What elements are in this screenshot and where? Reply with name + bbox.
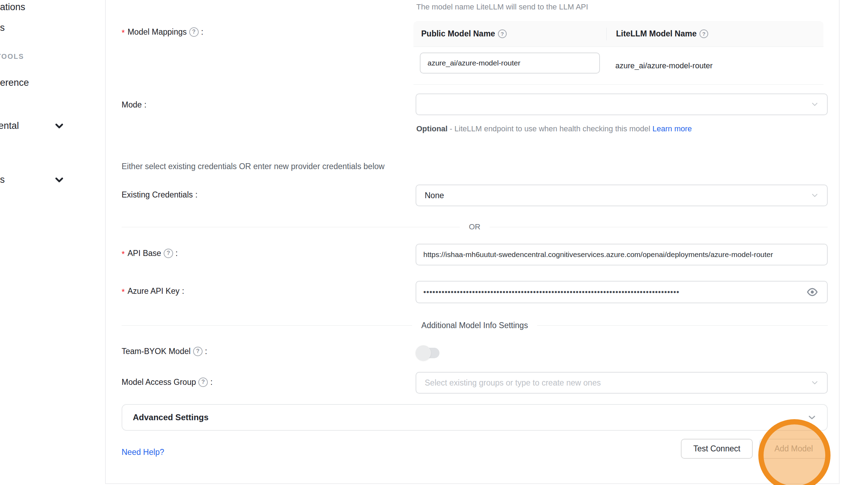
additional-info-divider: Additional Model Info Settings: [122, 320, 828, 331]
model-access-group-label: Model Access Group ? :: [122, 377, 213, 387]
additional-info-divider-text: Additional Model Info Settings: [412, 321, 537, 330]
existing-credentials-label-text: Existing Credentials: [122, 189, 193, 200]
content-card-bottom-border: [105, 483, 840, 484]
help-icon[interactable]: ?: [164, 249, 173, 258]
chevron-down-icon: [810, 378, 819, 387]
sidebar-section-label: TOOLS: [0, 53, 24, 61]
model-mappings-label: * Model Mappings ? :: [122, 27, 203, 37]
sidebar-item-fragment[interactable]: ations: [0, 2, 25, 13]
help-icon[interactable]: ?: [498, 29, 507, 38]
content-card-right-border: [839, 0, 840, 483]
required-asterisk: *: [122, 249, 125, 259]
help-icon[interactable]: ?: [699, 29, 708, 38]
divider-line: [490, 227, 828, 227]
label-colon: :: [201, 27, 203, 37]
azure-api-key-label: * Azure API Key :: [122, 286, 184, 296]
chevron-down-icon: [810, 100, 819, 109]
api-base-value: https://ishaa-mh6uutut-swedencentral.cog…: [416, 250, 827, 259]
model-mappings-label-text: Model Mappings: [128, 27, 187, 37]
need-help-link[interactable]: Need Help?: [122, 448, 164, 457]
api-base-label-text: API Base: [128, 248, 161, 258]
test-connect-button[interactable]: Test Connect: [681, 439, 753, 459]
or-divider-text: OR: [460, 222, 490, 231]
mode-helper-body: - LiteLLM endpoint to use when health ch…: [447, 124, 652, 133]
sidebar-item-fragment[interactable]: mental: [0, 120, 19, 131]
mode-label: Mode :: [122, 99, 146, 110]
label-colon: :: [182, 286, 184, 296]
chevron-down-icon[interactable]: [53, 120, 65, 132]
chevron-down-icon: [807, 412, 817, 423]
mode-helper-bold: Optional: [416, 124, 447, 133]
mode-label-text: Mode: [122, 99, 142, 110]
content-card-left-border: [105, 0, 106, 483]
team-byok-label-text: Team-BYOK Model: [122, 346, 191, 356]
required-asterisk: *: [122, 287, 125, 297]
mode-select[interactable]: [416, 93, 828, 115]
litellm-model-name-value: azure_ai/azure-model-router: [615, 47, 713, 85]
existing-credentials-value: None: [416, 191, 444, 200]
sidebar-item-fragment[interactable]: s: [0, 174, 5, 185]
divider-line: [537, 325, 828, 326]
public-model-name-input[interactable]: [420, 53, 600, 74]
add-model-page: ations s TOOLS erence mental s The model…: [0, 0, 868, 485]
sidebar-item-fragment[interactable]: s: [0, 22, 5, 33]
model-name-helper-text: The model name LiteLLM will send to the …: [416, 2, 588, 12]
add-model-button[interactable]: Add Model: [759, 439, 828, 459]
team-byok-label: Team-BYOK Model ? :: [122, 346, 207, 356]
azure-api-key-masked-value: ••••••••••••••••••••••••••••••••••••••••…: [416, 287, 788, 297]
sidebar-item-fragment[interactable]: erence: [0, 77, 29, 88]
public-model-name-header-text: Public Model Name: [421, 29, 495, 39]
eye-icon: [806, 286, 818, 298]
litellm-model-name-header: LiteLLM Model Name ?: [606, 29, 708, 39]
api-base-label: * API Base ? :: [122, 248, 178, 258]
advanced-settings-title: Advanced Settings: [133, 413, 209, 422]
or-divider: OR: [122, 221, 828, 233]
label-colon: :: [176, 248, 178, 258]
header-column-divider: [606, 28, 607, 40]
help-icon[interactable]: ?: [198, 377, 208, 387]
team-byok-toggle[interactable]: [416, 345, 439, 361]
mode-helper-text: Optional - LiteLLM endpoint to use when …: [416, 122, 700, 136]
api-base-input[interactable]: https://ishaa-mh6uutut-swedencentral.cog…: [416, 244, 828, 265]
toggle-password-visibility-button[interactable]: [806, 286, 819, 298]
litellm-model-name-header-text: LiteLLM Model Name: [616, 29, 697, 39]
advanced-settings-panel[interactable]: Advanced Settings: [122, 404, 828, 431]
azure-api-key-label-text: Azure API Key: [128, 286, 179, 296]
model-mappings-table-header: Public Model Name ? LiteLLM Model Name ?: [414, 21, 823, 47]
required-asterisk: *: [122, 28, 125, 38]
chevron-down-icon: [810, 191, 819, 200]
model-mappings-table-row: azure_ai/azure-model-router: [414, 47, 823, 85]
help-icon[interactable]: ?: [189, 27, 199, 37]
label-colon: :: [195, 189, 197, 200]
learn-more-link[interactable]: Learn more: [652, 124, 692, 133]
label-colon: :: [144, 99, 146, 110]
label-colon: :: [210, 377, 212, 387]
existing-credentials-select[interactable]: None: [416, 185, 828, 206]
label-colon: :: [205, 346, 207, 356]
divider-line: [122, 227, 460, 227]
chevron-down-icon[interactable]: [53, 174, 65, 186]
model-access-group-select[interactable]: Select existing groups or type to create…: [416, 372, 828, 394]
existing-credentials-label: Existing Credentials :: [122, 189, 198, 200]
model-mappings-table: Public Model Name ? LiteLLM Model Name ?…: [414, 21, 823, 85]
credentials-note: Either select existing credentials OR en…: [122, 162, 384, 171]
toggle-handle: [416, 345, 431, 361]
help-icon[interactable]: ?: [193, 347, 203, 356]
model-access-group-placeholder: Select existing groups or type to create…: [416, 378, 601, 388]
divider-line: [122, 325, 412, 326]
public-model-name-header: Public Model Name ?: [414, 29, 606, 39]
model-access-group-label-text: Model Access Group: [122, 377, 196, 387]
azure-api-key-input[interactable]: ••••••••••••••••••••••••••••••••••••••••…: [416, 281, 828, 303]
